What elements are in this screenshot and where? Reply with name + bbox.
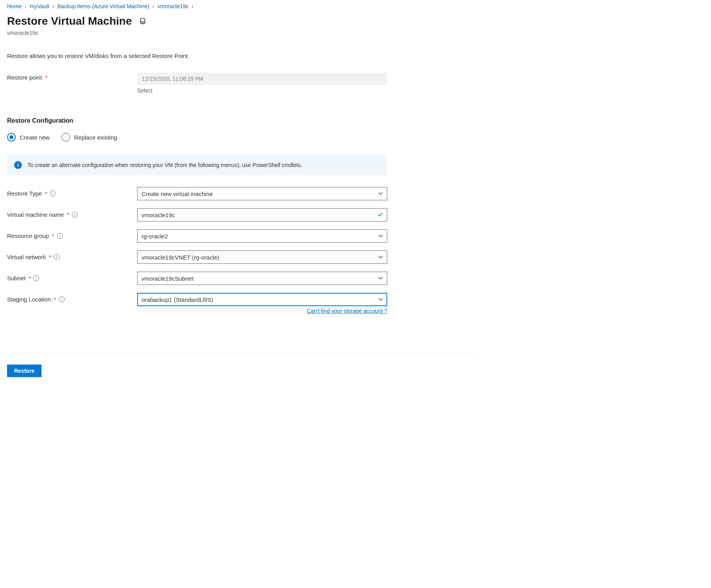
info-circle-icon[interactable]: i <box>57 233 63 239</box>
subnet-dropdown[interactable]: vmoracle19cSubnet <box>137 272 387 285</box>
vnet-value: vmoracle19cVNET (rg-oracle) <box>141 254 378 261</box>
chevron-down-icon <box>378 191 383 197</box>
required-asterisk: * <box>45 74 47 81</box>
staging-location-dropdown[interactable]: orabackup1 (StandardLRS) <box>137 293 387 306</box>
restore-point-label: Restore point <box>7 74 42 81</box>
required-asterisk: * <box>67 211 69 218</box>
section-heading-restore-configuration: Restore Configuration <box>7 117 467 124</box>
subnet-label: Subnet <box>7 275 26 281</box>
info-banner-text: To create an alternate configuration whe… <box>27 162 302 168</box>
page-title: Restore Virtual Machine <box>7 15 132 27</box>
chevron-right-icon: › <box>192 3 194 9</box>
chevron-right-icon: › <box>152 3 154 9</box>
pin-icon[interactable] <box>137 16 148 27</box>
info-circle-icon[interactable]: i <box>50 191 56 196</box>
info-banner: i To create an alternate configuration w… <box>7 155 386 175</box>
breadcrumb-item-myvault[interactable]: myVault <box>30 3 49 9</box>
required-asterisk: * <box>29 275 31 281</box>
info-icon: i <box>14 161 22 169</box>
chevron-down-icon <box>378 275 383 282</box>
svg-rect-0 <box>141 18 145 22</box>
resource-group-dropdown[interactable]: rg-oracle2 <box>137 229 387 243</box>
vm-name-input[interactable]: vmoracle19c <box>137 208 387 221</box>
info-circle-icon[interactable]: i <box>54 254 60 260</box>
restore-type-label: Restore Type <box>7 190 42 197</box>
restore-config-radio-group: Create new Replace existing <box>7 133 467 142</box>
chevron-down-icon <box>378 254 383 261</box>
vnet-dropdown[interactable]: vmoracle19cVNET (rg-oracle) <box>137 250 387 264</box>
subnet-value: vmoracle19cSubnet <box>141 275 378 282</box>
staging-location-value: orabackup1 (StandardLRS) <box>141 296 378 303</box>
storage-account-help-link[interactable]: Can't find your storage account ? <box>307 308 387 314</box>
radio-replace-existing-label: Replace existing <box>74 134 117 141</box>
chevron-right-icon: › <box>53 3 54 9</box>
required-asterisk: * <box>45 190 47 197</box>
restore-button[interactable]: Restore <box>7 365 42 377</box>
breadcrumb-item-vmoracle19c[interactable]: vmoracle19c <box>158 3 189 9</box>
breadcrumb: Home › myVault › Backup Items (Azure Vir… <box>7 0 467 15</box>
resource-group-label: Resource group <box>7 232 49 239</box>
vm-name-label: Virtual machine name <box>7 211 64 218</box>
resource-group-value: rg-oracle2 <box>141 233 378 240</box>
chevron-down-icon <box>378 296 383 303</box>
vm-name-value: vmoracle19c <box>141 212 377 218</box>
radio-create-new[interactable]: Create new <box>7 133 50 142</box>
breadcrumb-item-home[interactable]: Home <box>7 3 22 9</box>
restore-type-value: Create new virtual machine <box>141 191 378 197</box>
restore-point-value: 12/15/2020, 11:06:29 PM <box>137 73 387 85</box>
radio-create-new-label: Create new <box>20 134 50 141</box>
info-circle-icon[interactable]: i <box>33 275 39 281</box>
breadcrumb-item-backup-items[interactable]: Backup Items (Azure Virtual Machine) <box>57 3 149 9</box>
required-asterisk: * <box>49 254 51 260</box>
required-asterisk: * <box>54 296 56 303</box>
svg-rect-1 <box>141 22 145 23</box>
page-subtitle: vmoracle19c <box>7 30 467 36</box>
intro-text: Restore allows you to restore VM/disks f… <box>7 53 467 59</box>
radio-icon-unselected <box>62 133 70 142</box>
info-circle-icon[interactable]: i <box>72 212 78 218</box>
staging-location-label: Staging Location <box>7 296 51 303</box>
chevron-down-icon <box>378 233 383 240</box>
required-asterisk: * <box>52 232 54 239</box>
info-circle-icon[interactable]: i <box>59 296 65 302</box>
restore-point-select-link[interactable]: Select <box>137 87 387 94</box>
checkmark-icon <box>377 212 383 218</box>
restore-type-dropdown[interactable]: Create new virtual machine <box>137 187 387 200</box>
vnet-label: Virtual network <box>7 254 46 260</box>
chevron-right-icon: › <box>25 3 27 9</box>
radio-replace-existing[interactable]: Replace existing <box>62 133 117 142</box>
radio-icon-selected <box>7 133 16 142</box>
